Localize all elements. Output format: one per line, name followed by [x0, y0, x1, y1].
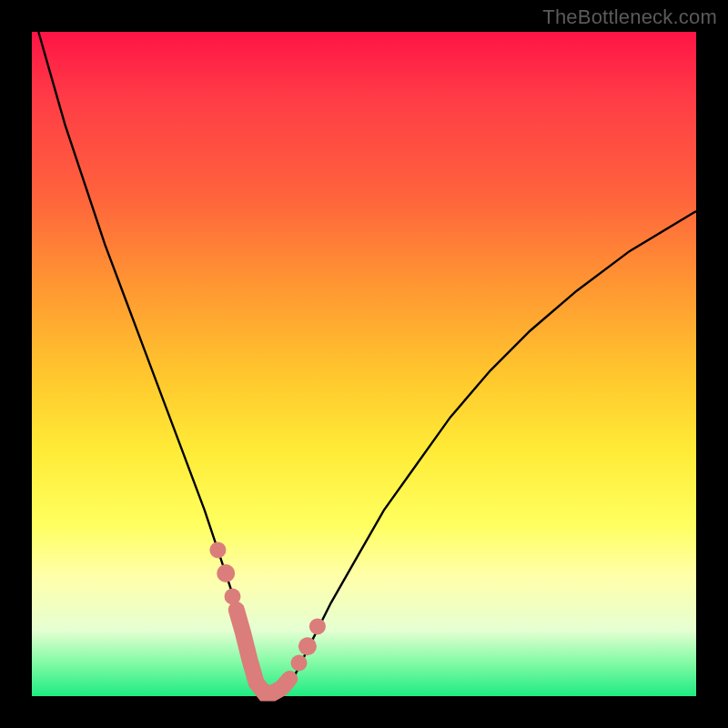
marker-group	[209, 541, 326, 693]
marker-dot	[209, 541, 226, 558]
bottleneck-curve	[38, 32, 696, 695]
marker-dot	[309, 618, 326, 634]
chart-area	[32, 32, 696, 696]
watermark-text: TheBottleneck.com	[542, 5, 717, 29]
marker-dot	[291, 655, 308, 672]
marker-dot	[298, 637, 317, 655]
trough-marker	[237, 610, 289, 693]
marker-dot	[217, 564, 235, 582]
curve-overlay	[32, 32, 696, 696]
marker-dot	[225, 589, 241, 605]
